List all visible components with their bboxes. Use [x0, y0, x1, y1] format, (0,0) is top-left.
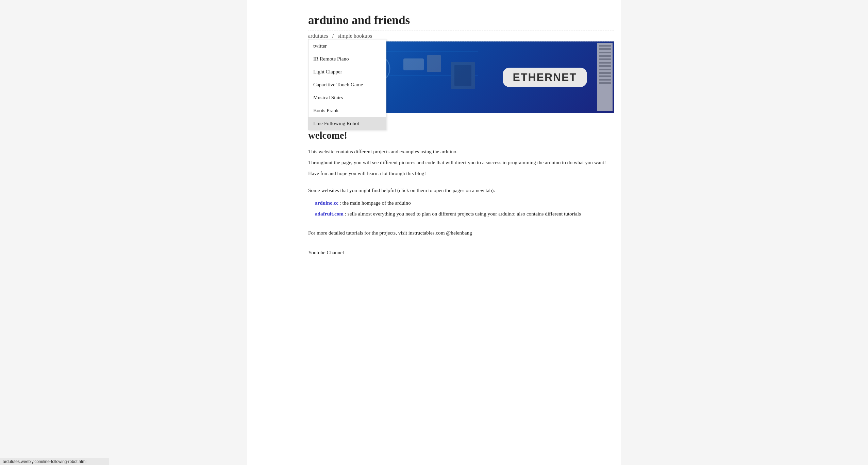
nav-dropdown-container[interactable]: ardututes twitter IR Remote Piano Light … [308, 33, 328, 39]
svg-rect-11 [599, 48, 611, 50]
nav-bar-inner: ardututes twitter IR Remote Piano Light … [308, 31, 372, 41]
svg-rect-21 [599, 82, 611, 84]
instructables-text: For more detailed tutorials for the proj… [308, 228, 614, 237]
dropdown-item-boots-prank[interactable]: Boots Prank [308, 104, 386, 117]
svg-rect-20 [599, 79, 611, 81]
dropdown-item-musical-stairs[interactable]: Musical Stairs [308, 91, 386, 104]
welcome-title: welcome! [308, 130, 614, 141]
dropdown-menu: twitter IR Remote Piano Light Clapper Ca… [308, 39, 386, 130]
svg-rect-3 [427, 55, 441, 72]
status-url: ardututes.weebly.com/line-following-robo… [3, 459, 86, 464]
nav-bar: ardututes twitter IR Remote Piano Light … [308, 31, 614, 41]
dropdown-item-light-clapper[interactable]: Light Clapper [308, 65, 386, 78]
dropdown-item-twitter[interactable]: twitter [308, 39, 386, 52]
nav-separator: / [332, 33, 334, 39]
svg-rect-19 [599, 75, 611, 77]
main-content: welcome! This website contains different… [308, 123, 614, 256]
svg-rect-8 [454, 65, 471, 86]
page-wrapper: arduino and friends ardututes twitter IR… [247, 0, 621, 465]
svg-rect-17 [599, 69, 611, 70]
nav-link-ardututes[interactable]: ardututes [308, 33, 328, 39]
svg-rect-16 [599, 65, 611, 67]
paragraph-2: Throughout the page, you will see differ… [308, 158, 614, 167]
pins-svg [594, 41, 614, 113]
dropdown-item-line-following-robot[interactable]: Line Following Robot [308, 117, 386, 130]
svg-rect-15 [599, 62, 611, 64]
status-bar: ardututes.weebly.com/line-following-robo… [0, 458, 109, 465]
svg-rect-13 [599, 55, 611, 57]
paragraph-1: This website contains different projects… [308, 147, 614, 156]
arduino-cc-desc: : the main hompage of the arduino [340, 200, 411, 206]
svg-rect-14 [599, 58, 611, 60]
svg-rect-2 [403, 58, 424, 70]
helpful-section: Some websites that you might find helpfu… [308, 186, 614, 219]
site-title: arduino and friends [308, 14, 614, 27]
adafruit-link[interactable]: adafruit.com [315, 211, 344, 217]
svg-rect-12 [599, 52, 611, 53]
paragraph-3: Have fun and hope you will learn a lot t… [308, 169, 614, 178]
svg-rect-10 [599, 45, 611, 47]
helpful-intro: Some websites that you might find helpfu… [308, 186, 614, 195]
youtube-channel[interactable]: Youtube Channel [308, 249, 614, 256]
arduino-link-row: arduino.cc : the main hompage of the ard… [308, 199, 614, 207]
dropdown-item-ir-remote-piano[interactable]: IR Remote Piano [308, 52, 386, 65]
nav-link-simple-hookups[interactable]: simple hookups [338, 33, 372, 39]
arduino-cc-link[interactable]: arduino.cc [315, 200, 338, 206]
dropdown-item-capacitive-touch[interactable]: Capacitive Touch Game [308, 78, 386, 91]
adafruit-link-row: adafruit.com : sells almost everything y… [308, 209, 614, 218]
adafruit-desc: : sells almost everything you need to pl… [345, 211, 581, 217]
svg-rect-18 [599, 72, 611, 74]
